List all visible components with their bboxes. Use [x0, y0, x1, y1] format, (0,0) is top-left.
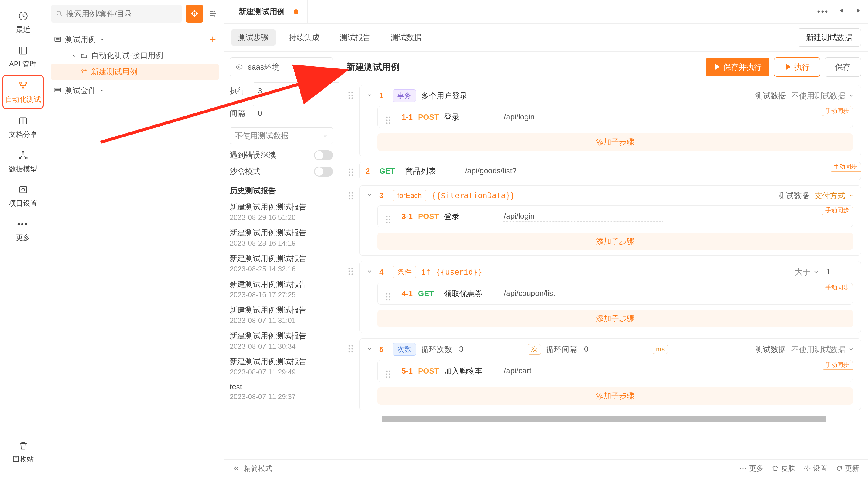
sub-step-index: 1-1	[398, 113, 413, 122]
condition-operator-select[interactable]: 大于	[795, 267, 819, 277]
tab-more-button[interactable]: •••	[817, 7, 829, 16]
exec-count-input[interactable]	[253, 82, 339, 99]
locate-button[interactable]	[186, 5, 204, 23]
sub-step-5-1[interactable]: 手动同步 5-1 POST 加入购物车	[377, 360, 853, 382]
add-sub-step-button[interactable]: 添加子步骤	[377, 310, 853, 327]
continue-on-error-toggle[interactable]	[314, 150, 333, 160]
nav-api-management[interactable]: API 管理	[0, 40, 46, 73]
tab-next-button[interactable]	[855, 7, 862, 17]
test-data-select[interactable]: 不使用测试数据	[230, 127, 333, 144]
svg-point-32	[386, 122, 388, 124]
step-testdata-select[interactable]: 不使用测试数据	[791, 91, 854, 101]
svg-point-55	[351, 271, 353, 272]
sub-step-4-1[interactable]: 手动同步 4-1 GET 领取优惠券	[377, 282, 853, 304]
history-report-item[interactable]: 新建测试用例测试报告2023-08-07 11:30:34	[230, 331, 333, 351]
add-case-button[interactable]: +	[210, 33, 216, 46]
footer-skin[interactable]: 皮肤	[772, 464, 795, 473]
step-header-3[interactable]: 3 forEach {{$iterationData}} 测试数据 支付方式	[360, 186, 861, 205]
drag-handle[interactable]	[384, 287, 393, 301]
loop-count-input[interactable]	[457, 343, 523, 356]
search-input[interactable]	[66, 9, 177, 18]
step-header-1[interactable]: 1 事务 多个用户登录 测试数据 不使用测试数据	[360, 85, 861, 106]
step-2[interactable]: 手动同步 2 GET 商品列表	[360, 162, 861, 180]
nav-automation-test[interactable]: 自动化测试	[2, 74, 43, 109]
subtab-steps[interactable]: 测试步骤	[231, 29, 276, 46]
add-sub-step-button[interactable]: 添加子步骤	[377, 233, 853, 250]
loop-interval-input[interactable]	[582, 343, 647, 356]
save-and-run-button[interactable]: ▶ 保存并执行	[706, 58, 769, 77]
drag-handle[interactable]	[346, 338, 355, 353]
tree-folder-autotest[interactable]: 自动化测试-接口用例	[51, 48, 219, 64]
sandbox-toggle[interactable]	[314, 167, 333, 177]
add-sub-step-button[interactable]: 添加子步骤	[377, 133, 853, 151]
tree-leaf-new-case[interactable]: 新建测试用例	[51, 64, 219, 80]
nav-proj-label: 项目设置	[9, 199, 37, 208]
step-testdata-select[interactable]: 不使用测试数据	[791, 344, 854, 355]
footer-update[interactable]: 更新	[836, 464, 859, 473]
drag-handle[interactable]	[384, 209, 393, 223]
drag-handle[interactable]	[346, 261, 355, 275]
step-header-5[interactable]: 5 次数 循环次数 次 循环间隔 ms 测试数据 不使用测试数据	[360, 339, 861, 360]
api-path-input[interactable]	[503, 112, 662, 122]
nav-recycle-bin[interactable]: 回收站	[0, 436, 46, 468]
search-box[interactable]	[51, 5, 182, 23]
svg-point-61	[389, 296, 390, 298]
history-report-item[interactable]: test2023-08-07 11:29:37	[230, 382, 333, 401]
env-select[interactable]: saas环境	[230, 58, 333, 77]
history-report-item[interactable]: 新建测试用例测试报告2023-08-29 16:51:20	[230, 202, 333, 221]
horizontal-scrollbar[interactable]	[339, 416, 868, 422]
status-bar: 精简模式 ⋯更多 皮肤 设置 更新	[224, 459, 868, 477]
api-path-input[interactable]	[503, 366, 662, 376]
svg-point-62	[386, 299, 388, 300]
save-button[interactable]: 保存	[825, 58, 861, 77]
nav-more[interactable]: ••• 更多	[0, 214, 46, 246]
subtab-data[interactable]: 测试数据	[384, 29, 429, 46]
tree-leaf-label: 新建测试用例	[91, 67, 137, 77]
chevron-down-icon	[366, 345, 374, 354]
interval-input[interactable]	[253, 105, 339, 121]
condition-value-input[interactable]	[825, 265, 854, 278]
svg-rect-17	[55, 88, 61, 89]
run-button[interactable]: ▶ 执行	[774, 58, 820, 77]
nav-doc-share[interactable]: 文档分享	[0, 111, 46, 143]
nav-project-settings[interactable]: 项目设置	[0, 180, 46, 212]
mode-toggle[interactable]: 精简模式	[233, 464, 272, 473]
history-report-item[interactable]: 新建测试用例测试报告2023-08-07 11:29:49	[230, 356, 333, 376]
iteration-variable: {{$iterationData}}	[432, 191, 515, 200]
step-testdata-select[interactable]: 支付方式	[814, 190, 854, 201]
footer-settings[interactable]: 设置	[804, 464, 827, 473]
svg-point-73	[389, 374, 390, 375]
main-area: 新建测试用例 ••• 测试步骤 持续集成 测试报告 测试数据 新建测试数据	[224, 0, 868, 477]
add-sub-step-button[interactable]: 添加子步骤	[377, 387, 853, 405]
drag-handle[interactable]	[346, 162, 355, 176]
drag-handle[interactable]	[346, 185, 355, 200]
drag-handle[interactable]	[384, 110, 393, 124]
new-test-data-button[interactable]: 新建测试数据	[798, 28, 861, 47]
history-report-item[interactable]: 新建测试用例测试报告2023-08-25 14:32:16	[230, 253, 333, 273]
tree-section-suites[interactable]: 测试套件	[51, 84, 219, 97]
api-path-input[interactable]	[503, 288, 662, 299]
api-path-input[interactable]	[464, 166, 624, 176]
sub-step-3-1[interactable]: 手动同步 3-1 POST 登录	[377, 205, 853, 227]
step-header-4[interactable]: 4 条件 if {{userid}} 大于	[360, 261, 861, 282]
step-index: 3	[379, 191, 388, 200]
drag-handle[interactable]	[346, 85, 355, 99]
history-report-item[interactable]: 新建测试用例测试报告2023-08-07 11:31:01	[230, 305, 333, 325]
nav-more-label: 更多	[16, 233, 30, 242]
sub-step-1-1[interactable]: 手动同步 1-1 POST 登录	[377, 106, 853, 128]
http-method: GET	[418, 289, 439, 298]
footer-more[interactable]: ⋯更多	[740, 464, 763, 473]
http-method: POST	[418, 113, 439, 122]
nav-recent[interactable]: 最近	[0, 6, 46, 38]
drag-handle[interactable]	[384, 364, 393, 378]
history-report-item[interactable]: 新建测试用例测试报告2023-08-28 16:14:19	[230, 228, 333, 247]
collapse-tree-button[interactable]	[207, 8, 219, 20]
api-path-input[interactable]	[503, 211, 662, 221]
subtab-report[interactable]: 测试报告	[333, 29, 378, 46]
nav-data-model[interactable]: 数据模型	[0, 145, 46, 178]
history-report-item[interactable]: 新建测试用例测试报告2023-08-16 17:27:25	[230, 279, 333, 299]
editor-tab-active[interactable]: 新建测试用例	[230, 0, 308, 23]
subtab-ci[interactable]: 持续集成	[282, 29, 327, 46]
tree-section-cases[interactable]: 测试用例 +	[51, 31, 219, 48]
tab-prev-button[interactable]	[838, 7, 845, 17]
